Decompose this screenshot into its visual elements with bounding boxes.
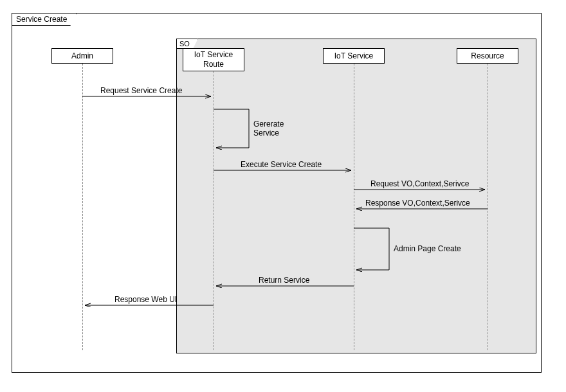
lifeline-admin [82,64,83,350]
lifeline-service [354,64,354,350]
label-m6: Admin Page Create [394,244,461,253]
frame-title-text: Service Create [16,15,67,24]
container-so-label: SO [176,39,198,49]
label-m8: Response Web UI [114,295,177,304]
participant-admin-label: Admin [71,51,93,61]
container-so: SO [176,39,536,353]
frame-title: Service Create [12,13,77,26]
participant-route-label: IoT Service Route [183,50,244,69]
label-m2: Gererate Service [253,120,298,138]
participant-service-label: IoT Service [334,51,373,61]
label-m7: Return Service [259,276,309,285]
label-m4: Request VO,Context,Serivce [370,179,469,188]
participant-route: IoT Service Route [183,48,244,71]
label-m3: Execute Service Create [241,160,322,169]
participant-resource-label: Resource [471,51,504,61]
lifeline-route [214,71,214,350]
container-so-label-text: SO [179,40,190,48]
participant-resource: Resource [457,48,518,64]
label-m1: Request Service Create [100,86,182,95]
lifeline-resource [488,64,488,350]
participant-admin: Admin [51,48,113,64]
participant-service: IoT Service [323,48,385,64]
label-m5: Response VO,Context,Serivce [365,199,470,208]
sequence-diagram: Service Create SO Admin IoT Service Rout… [0,0,566,392]
